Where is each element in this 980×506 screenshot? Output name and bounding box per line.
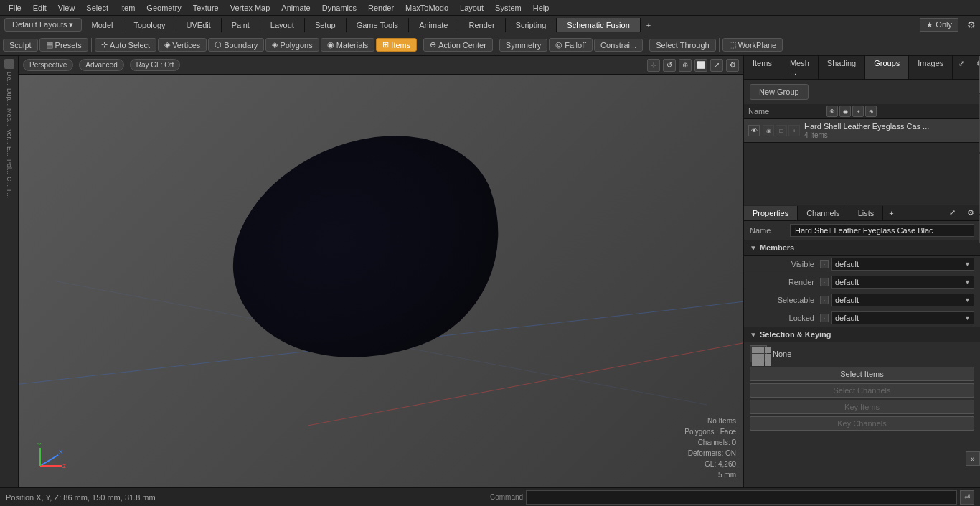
perspective-pill[interactable]: Perspective: [23, 59, 73, 71]
rp-tab-shading[interactable]: Shading: [819, 56, 865, 79]
tab-paint[interactable]: Paint: [222, 18, 260, 32]
props-tab-ctrl-settings[interactable]: ⚙: [961, 205, 980, 220]
group-icon-2[interactable]: □: [776, 125, 787, 136]
sculpt-button[interactable]: Sculpt: [3, 39, 38, 52]
props-tab-channels[interactable]: Channels: [798, 206, 849, 220]
header-icon-select[interactable]: +: [852, 106, 864, 117]
rp-tab-images[interactable]: Images: [909, 56, 953, 79]
group-icon-3[interactable]: +: [788, 125, 800, 136]
menu-layout[interactable]: Layout: [454, 2, 489, 14]
layout-dropdown[interactable]: Default Layouts ▾: [4, 18, 82, 32]
props-tab-lists[interactable]: Lists: [849, 206, 884, 220]
sidebar-label-f[interactable]: F...: [6, 189, 13, 198]
vertices-button[interactable]: ◈ Vertices: [158, 38, 207, 52]
menu-edit[interactable]: Edit: [27, 2, 52, 14]
selectable-checkbox[interactable]: ·: [820, 296, 829, 304]
menu-help[interactable]: Help: [527, 2, 555, 14]
new-group-button[interactable]: New Group: [750, 84, 809, 100]
boundary-button[interactable]: ⬡ Boundary: [208, 38, 264, 52]
group-icon-1[interactable]: ◉: [763, 125, 774, 136]
polygons-button[interactable]: ◈ Polygons: [265, 38, 319, 52]
command-submit-button[interactable]: ⏎: [960, 490, 974, 505]
visible-checkbox[interactable]: ·: [820, 260, 829, 268]
props-tab-properties[interactable]: Properties: [744, 206, 798, 220]
tab-scripting[interactable]: Scripting: [506, 18, 557, 32]
menu-maxtomodo[interactable]: MaxToModo: [400, 2, 454, 14]
vp-zoom-icon[interactable]: ⊕: [679, 59, 692, 72]
key-items-button[interactable]: Key Items: [750, 400, 974, 414]
render-checkbox[interactable]: ·: [820, 278, 829, 286]
tab-animate[interactable]: Animate: [409, 18, 458, 32]
tab-game-tools[interactable]: Game Tools: [347, 18, 410, 32]
name-input[interactable]: [790, 224, 974, 237]
menu-system[interactable]: System: [489, 2, 527, 14]
sidebar-marker-1[interactable]: ·: [4, 59, 14, 69]
rp-tab-groups[interactable]: Groups: [865, 56, 909, 79]
select-items-button[interactable]: Select Items: [750, 367, 974, 381]
render-dropdown[interactable]: default ▼: [831, 276, 974, 289]
props-tab-add[interactable]: +: [883, 206, 899, 220]
members-section-header[interactable]: ▼ Members: [744, 240, 980, 256]
menu-select[interactable]: Select: [80, 2, 114, 14]
menu-file[interactable]: File: [3, 2, 27, 14]
locked-dropdown[interactable]: default ▼: [831, 311, 974, 324]
select-through-button[interactable]: Select Through: [649, 39, 715, 52]
action-center-button[interactable]: ⊕ Action Center: [423, 38, 493, 52]
ray-gl-pill[interactable]: Ray GL: Off: [130, 59, 181, 71]
tab-setup[interactable]: Setup: [305, 18, 347, 32]
sel-keying-section-header[interactable]: ▼ Selection & Keying: [744, 327, 980, 342]
groups-list-area[interactable]: 👁 ◉ □ + Hard Shell Leather Eyeglass Cas …: [744, 119, 980, 205]
auto-select-button[interactable]: ⊹ Auto Select: [95, 38, 156, 52]
constraints-button[interactable]: Constrai...: [594, 39, 643, 52]
viewport-canvas[interactable]: X Z Y No Items Polygons : Face Channels:…: [19, 75, 743, 487]
rp-tab-items[interactable]: Items: [744, 56, 781, 79]
workplane-button[interactable]: ⬚ WorkPlane: [722, 38, 783, 52]
tab-model[interactable]: Model: [82, 18, 124, 32]
sidebar-label-e[interactable]: E...: [6, 146, 13, 156]
select-channels-button[interactable]: Select Channels: [750, 383, 974, 398]
settings-button[interactable]: ⚙: [963, 18, 980, 32]
menu-item[interactable]: Item: [114, 2, 141, 14]
star-only-button[interactable]: ★ Only: [920, 18, 958, 32]
visible-dropdown[interactable]: default ▼: [831, 258, 974, 271]
tab-uvedit[interactable]: UVEdit: [176, 18, 222, 32]
vp-fit-icon[interactable]: ⬜: [694, 59, 707, 72]
selectable-dropdown[interactable]: default ▼: [831, 294, 974, 306]
panel-expand-button[interactable]: »: [966, 451, 980, 466]
menu-vertex-map[interactable]: Vertex Map: [225, 2, 276, 14]
tab-add[interactable]: +: [641, 18, 656, 32]
items-button[interactable]: ⊞ Items: [376, 38, 417, 52]
sidebar-label-mes[interactable]: Mes...: [6, 108, 13, 126]
advanced-pill[interactable]: Advanced: [79, 59, 123, 71]
presets-button[interactable]: ▤ Presets: [39, 38, 88, 52]
tab-schematic-fusion[interactable]: Schematic Fusion: [557, 18, 640, 32]
tab-layout[interactable]: Layout: [260, 18, 305, 32]
falloff-button[interactable]: ◎ Falloff: [549, 38, 593, 52]
menu-dynamics[interactable]: Dynamics: [316, 2, 362, 14]
materials-button[interactable]: ◉ Materials: [321, 38, 375, 52]
sidebar-label-de[interactable]: De...: [6, 72, 13, 85]
header-icon-add[interactable]: ⊕: [865, 106, 877, 117]
props-tab-ctrl-expand[interactable]: ⤢: [943, 205, 961, 220]
sidebar-label-pol[interactable]: Pol...: [6, 159, 13, 174]
vp-settings-icon[interactable]: ⚙: [726, 59, 739, 72]
menu-render[interactable]: Render: [362, 2, 400, 14]
sidebar-label-c[interactable]: C...: [6, 177, 13, 187]
vp-maximize-icon[interactable]: ⤢: [710, 59, 723, 72]
menu-geometry[interactable]: Geometry: [141, 2, 187, 14]
header-icon-render[interactable]: ◉: [839, 106, 851, 117]
keying-grid-icon[interactable]: [750, 345, 767, 362]
menu-view[interactable]: View: [52, 2, 81, 14]
vp-move-icon[interactable]: ⊹: [647, 59, 660, 72]
header-icon-eye[interactable]: 👁: [826, 106, 838, 117]
vp-rotate-icon[interactable]: ↺: [663, 59, 676, 72]
group-list-item[interactable]: 👁 ◉ □ + Hard Shell Leather Eyeglass Cas …: [744, 119, 980, 143]
locked-checkbox[interactable]: ·: [820, 314, 829, 322]
sidebar-label-dup[interactable]: Dup...: [6, 88, 13, 106]
command-input[interactable]: [526, 490, 957, 505]
sidebar-label-ver[interactable]: Ver...: [6, 129, 13, 144]
key-channels-button[interactable]: Key Channels: [750, 416, 974, 431]
viewport[interactable]: Perspective Advanced Ray GL: Off ⊹ ↺ ⊕ ⬜…: [19, 56, 743, 487]
symmetry-button[interactable]: Symmetry: [499, 39, 548, 52]
tab-render[interactable]: Render: [458, 18, 505, 32]
